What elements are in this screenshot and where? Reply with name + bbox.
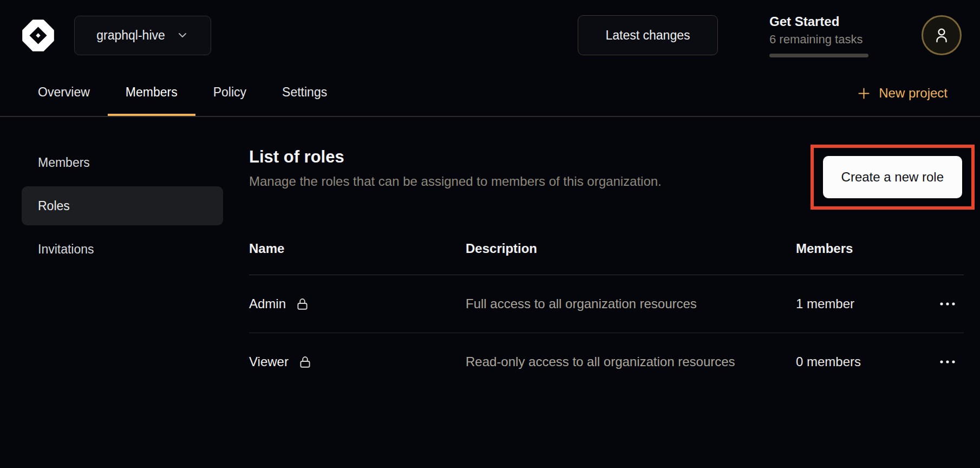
tab-settings[interactable]: Settings: [264, 70, 345, 116]
get-started-progress-bar: [769, 54, 868, 57]
org-selector-dropdown[interactable]: graphql-hive: [74, 16, 211, 55]
get-started-widget[interactable]: Get Started 6 remaining tasks: [769, 14, 870, 57]
hive-logo[interactable]: [20, 17, 56, 54]
ellipsis-icon: [939, 360, 956, 364]
chevron-down-icon: [176, 29, 189, 42]
annotation-highlight-box: Create a new role: [811, 145, 975, 210]
user-icon: [931, 25, 952, 46]
tab-policy[interactable]: Policy: [195, 70, 264, 116]
page-title: List of roles: [249, 146, 662, 168]
sidebar-item-roles[interactable]: Roles: [22, 186, 223, 225]
create-new-role-button[interactable]: Create a new role: [823, 156, 962, 198]
table-row-viewer: Viewer Read-only access to all organizat…: [249, 333, 964, 391]
tab-members[interactable]: Members: [108, 70, 195, 116]
role-members-count: 1 member: [796, 296, 931, 311]
tab-overview[interactable]: Overview: [20, 70, 108, 116]
role-name: Viewer: [249, 354, 289, 369]
sidebar-item-members[interactable]: Members: [22, 143, 223, 182]
sidebar-item-invitations[interactable]: Invitations: [22, 230, 223, 269]
role-name: Admin: [249, 296, 286, 311]
get-started-title: Get Started: [769, 14, 870, 30]
roles-table-header: Name Description Members: [249, 241, 964, 275]
table-row-admin: Admin Full access to all organization re…: [249, 275, 964, 333]
role-description: Full access to all organization resource…: [466, 295, 747, 313]
org-tab-bar: Overview Members Policy Settings New pro…: [0, 70, 980, 117]
top-header: graphql-hive Latest changes Get Started …: [0, 0, 980, 70]
new-project-label: New project: [879, 86, 948, 101]
members-sidebar: Members Roles Invitations: [0, 117, 230, 391]
role-members-count: 0 members: [796, 354, 931, 369]
roles-header: List of roles Manage the roles that can …: [249, 146, 964, 210]
row-menu-button[interactable]: [936, 298, 959, 309]
role-description: Read-only access to all organization res…: [466, 353, 747, 371]
latest-changes-button[interactable]: Latest changes: [578, 15, 718, 55]
page-subtitle: Manage the roles that can be assigned to…: [249, 173, 662, 190]
members-page-content: Members Roles Invitations List of roles …: [0, 117, 980, 391]
get-started-remaining-tasks: 6 remaining tasks: [769, 32, 870, 47]
row-menu-button[interactable]: [936, 356, 959, 367]
plus-icon: [857, 86, 871, 101]
column-header-name: Name: [249, 241, 466, 256]
user-avatar-button[interactable]: [922, 15, 962, 55]
column-header-description: Description: [466, 241, 747, 256]
column-header-members: Members: [796, 241, 931, 256]
lock-icon: [298, 354, 312, 370]
lock-icon: [295, 296, 310, 312]
roles-panel: List of roles Manage the roles that can …: [249, 117, 964, 391]
ellipsis-icon: [939, 302, 956, 306]
roles-table: Name Description Members Admin: [249, 241, 964, 391]
roles-title-block: List of roles Manage the roles that can …: [249, 146, 662, 190]
org-selector-label: graphql-hive: [96, 28, 165, 43]
new-project-button[interactable]: New project: [857, 70, 948, 116]
